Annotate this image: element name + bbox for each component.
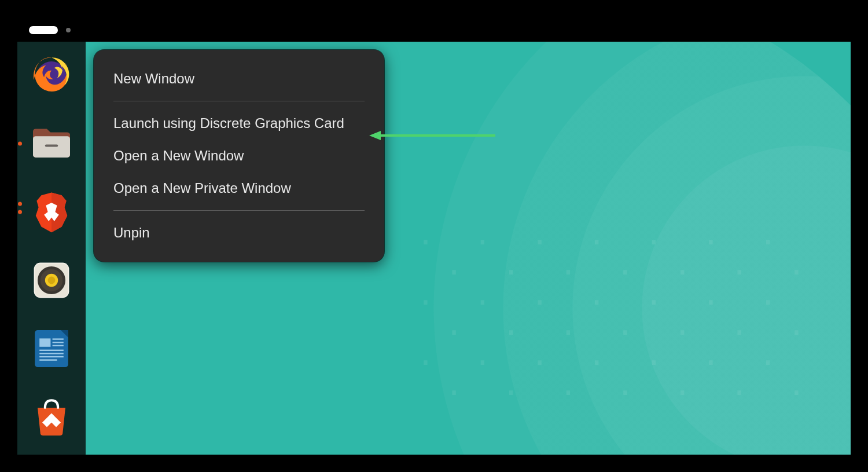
desktop-area: New Window Launch using Discrete Graphic… — [17, 42, 851, 455]
svg-rect-18 — [39, 359, 57, 360]
screenshot-frame: New Window Launch using Discrete Graphic… — [0, 0, 868, 472]
svg-rect-15 — [39, 350, 64, 351]
firefox-icon — [28, 52, 75, 98]
dock-item-brave[interactable] — [28, 189, 75, 235]
files-icon — [28, 120, 75, 167]
menu-item-new-window[interactable]: New Window — [94, 63, 384, 95]
dock-item-files[interactable] — [28, 120, 75, 167]
menu-item-unpin[interactable]: Unpin — [94, 217, 384, 249]
svg-rect-16 — [39, 353, 64, 354]
svg-rect-2 — [33, 136, 70, 158]
workspace-indicator-dot[interactable] — [66, 28, 71, 32]
brave-icon — [28, 189, 75, 235]
dock-item-rhythmbox[interactable] — [28, 257, 75, 303]
menu-item-open-private-window[interactable]: Open a New Private Window — [94, 172, 384, 204]
svg-rect-10 — [35, 330, 68, 367]
running-indicator — [18, 142, 22, 146]
software-icon — [28, 394, 75, 440]
wallpaper: New Window Launch using Discrete Graphic… — [86, 42, 851, 455]
svg-rect-14 — [53, 345, 64, 346]
svg-rect-3 — [45, 145, 58, 147]
activities-pill[interactable] — [29, 26, 58, 34]
dock-item-libreoffice-writer[interactable] — [28, 325, 75, 372]
dock — [17, 42, 86, 455]
svg-rect-11 — [39, 338, 50, 346]
svg-rect-12 — [53, 338, 64, 339]
annotation-arrow — [369, 130, 496, 141]
menu-item-open-new-window[interactable]: Open a New Window — [94, 140, 384, 172]
menu-item-launch-discrete-gpu[interactable]: Launch using Discrete Graphics Card — [94, 107, 384, 140]
speaker-icon — [28, 257, 75, 303]
top-panel — [17, 19, 851, 42]
menu-divider — [113, 210, 365, 211]
dock-item-firefox[interactable] — [28, 52, 75, 98]
svg-rect-17 — [39, 356, 64, 357]
svg-point-9 — [48, 277, 56, 284]
dock-item-ubuntu-software[interactable] — [28, 394, 75, 440]
menu-divider — [113, 101, 365, 101]
context-menu: New Window Launch using Discrete Graphic… — [94, 50, 384, 262]
running-indicator — [18, 210, 22, 214]
svg-rect-13 — [53, 342, 64, 343]
writer-icon — [28, 325, 75, 372]
